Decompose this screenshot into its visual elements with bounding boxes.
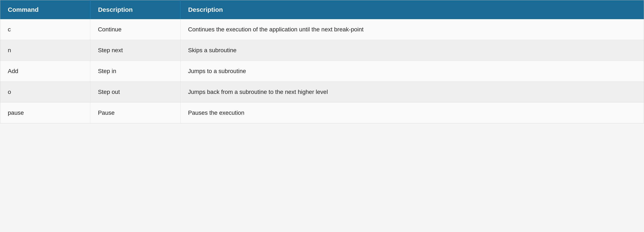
header-command: Command <box>0 0 90 19</box>
header-description2: Description <box>180 0 644 19</box>
table-row: AddStep inJumps to a subroutine <box>0 61 644 82</box>
cell-detail: Continues the execution of the applicati… <box>180 19 644 40</box>
table-row: cContinueContinues the execution of the … <box>0 19 644 40</box>
cell-command: Add <box>0 61 90 82</box>
cell-description: Step in <box>90 61 180 82</box>
cell-command: c <box>0 19 90 40</box>
commands-table: Command Description Description cContinu… <box>0 0 644 123</box>
cell-detail: Skips a subroutine <box>180 40 644 61</box>
cell-description: Pause <box>90 103 180 123</box>
cell-detail: Jumps back from a subroutine to the next… <box>180 82 644 103</box>
table-row: oStep outJumps back from a subroutine to… <box>0 82 644 103</box>
header-description1: Description <box>90 0 180 19</box>
cell-detail: Jumps to a subroutine <box>180 61 644 82</box>
table-row: pausePausePauses the execution <box>0 103 644 123</box>
cell-description: Step out <box>90 82 180 103</box>
cell-command: o <box>0 82 90 103</box>
cell-command: pause <box>0 103 90 123</box>
cell-detail: Pauses the execution <box>180 103 644 123</box>
table-row: nStep nextSkips a subroutine <box>0 40 644 61</box>
cell-description: Step next <box>90 40 180 61</box>
cell-description: Continue <box>90 19 180 40</box>
cell-command: n <box>0 40 90 61</box>
